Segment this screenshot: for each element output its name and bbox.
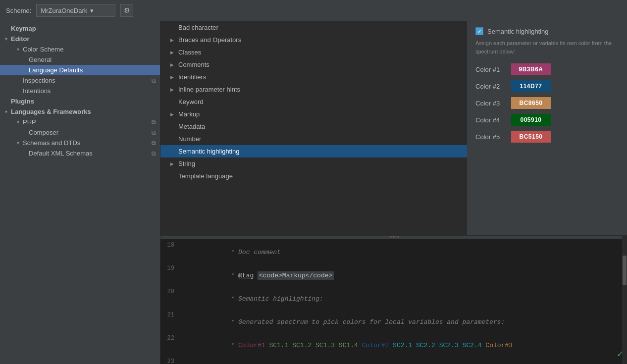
- schemas-label: Schemas and DTDs: [23, 139, 80, 147]
- sidebar-item-composer[interactable]: Composer ⧉: [0, 127, 160, 138]
- metadata-label: Metadata: [178, 123, 205, 130]
- identifiers-label: Identifiers: [178, 73, 206, 81]
- sidebar-item-languages[interactable]: Languages & Frameworks: [0, 106, 160, 117]
- php-label: PHP: [23, 118, 36, 126]
- default-xml-label: Default XML Schemas: [29, 150, 93, 157]
- semantic-checkbox[interactable]: ✓: [475, 27, 483, 35]
- color-5-swatch[interactable]: BC5150: [511, 131, 551, 143]
- sidebar-item-schemas[interactable]: Schemas and DTDs ⧉: [0, 138, 160, 148]
- main-content: Keymap Editor Color Scheme General Langu…: [0, 21, 627, 364]
- color-row-3: Color #3 BC8650: [475, 97, 619, 109]
- keymap-label: Keymap: [11, 25, 36, 32]
- list-item-template[interactable]: Template language: [160, 170, 467, 182]
- scheme-dropdown-arrow: ▾: [90, 7, 111, 14]
- braces-arrow: ▶: [170, 38, 175, 43]
- number-label: Number: [178, 135, 201, 143]
- line-num-23: 23: [160, 358, 180, 364]
- markup-arrow: ▶: [170, 112, 175, 117]
- list-item-identifiers[interactable]: ▶ Identifiers: [160, 71, 467, 83]
- php-copy-icon: ⧉: [152, 119, 156, 126]
- sidebar-item-editor[interactable]: Editor: [0, 34, 160, 44]
- sidebar-item-general[interactable]: General: [0, 54, 160, 65]
- list-item-string[interactable]: ▶ String: [160, 157, 467, 170]
- list-item-classes[interactable]: ▶ Classes: [160, 46, 467, 58]
- scrollbar-thumb[interactable]: [623, 256, 627, 285]
- color-2-swatch[interactable]: 114D77: [511, 80, 551, 92]
- bad-char-label: Bad character: [178, 24, 218, 31]
- code-line-22: 22 * Color#1 SC1.1 SC1.2 SC1.3 SC1.4 Col…: [160, 334, 627, 357]
- color-row-4: Color #4 005910: [475, 114, 619, 126]
- language-defaults-label: Language Defaults: [29, 66, 83, 74]
- list-item-keyword[interactable]: Keyword: [160, 96, 467, 108]
- list-item-bad-character[interactable]: Bad character: [160, 21, 467, 34]
- color-scheme-triangle: [16, 47, 21, 52]
- line-content-18: * Doc comment: [180, 241, 627, 263]
- top-bar: Scheme: MrZuraOneDark ▾ ⚙: [0, 0, 627, 21]
- sidebar: Keymap Editor Color Scheme General Langu…: [0, 21, 160, 364]
- sidebar-item-plugins[interactable]: Plugins: [0, 96, 160, 106]
- code-line-20: 20 * Semantic highlighting:: [160, 287, 627, 311]
- resize-dots: ⠿⠿⠿: [389, 235, 399, 240]
- scheme-dropdown[interactable]: MrZuraOneDark ▾: [36, 4, 115, 17]
- color-1-value: 9B3B6A: [519, 66, 543, 73]
- sidebar-item-keymap[interactable]: Keymap: [0, 23, 160, 34]
- list-item-inline-hints[interactable]: ▶ Inline parameter hints: [160, 83, 467, 96]
- scrollbar[interactable]: [622, 236, 627, 364]
- list-item-braces[interactable]: ▶ Braces and Operators: [160, 34, 467, 46]
- color-1-swatch[interactable]: 9B3B6A: [511, 63, 551, 75]
- plugins-label: Plugins: [11, 98, 34, 105]
- sidebar-item-intentions[interactable]: Intentions: [0, 86, 160, 96]
- list-item-semantic[interactable]: Semantic highlighting: [160, 145, 467, 157]
- code-line-21: 21 * Generated spectrum to pick colors f…: [160, 311, 627, 334]
- semantic-title: Semantic highlighting: [487, 28, 549, 35]
- general-label: General: [29, 56, 52, 63]
- color-4-swatch[interactable]: 005910: [511, 114, 551, 126]
- gear-icon: ⚙: [124, 6, 130, 14]
- composer-label: Composer: [29, 129, 58, 136]
- sidebar-item-inspections[interactable]: Inspections ⧉: [0, 75, 160, 86]
- code-preview: ⠿⠿⠿ 18 * Doc comment 19 * @tag <code>Mar…: [160, 235, 627, 364]
- code-line-23: 23 * Color#3 SC3.1 SC3.2 SC3.3 SC3.4 Col…: [160, 357, 627, 364]
- list-item-comments[interactable]: ▶ Comments: [160, 58, 467, 71]
- list-item-markup[interactable]: ▶ Markup: [160, 108, 467, 120]
- default-xml-copy-icon: ⧉: [152, 150, 156, 157]
- scheme-value: MrZuraOneDark: [41, 7, 87, 14]
- php-triangle: [16, 120, 21, 125]
- sidebar-item-language-defaults[interactable]: Language Defaults: [0, 65, 160, 75]
- color-scheme-label: Color Scheme: [23, 46, 63, 53]
- color-row-1: Color #1 9B3B6A: [475, 63, 619, 75]
- languages-triangle: [4, 109, 9, 114]
- semantic-label: Semantic highlighting: [178, 148, 240, 155]
- list-item-number[interactable]: Number: [160, 133, 467, 145]
- line-num-18: 18: [160, 242, 180, 249]
- color-3-value: BC8650: [519, 100, 542, 106]
- list-item-metadata[interactable]: Metadata: [160, 120, 467, 133]
- identifiers-arrow: ▶: [170, 75, 175, 80]
- sidebar-item-color-scheme[interactable]: Color Scheme: [0, 44, 160, 54]
- line-num-22: 22: [160, 335, 180, 342]
- sidebar-item-default-xml[interactable]: Default XML Schemas ⧉: [0, 148, 160, 158]
- inline-hints-arrow: ▶: [170, 87, 175, 92]
- line-content-23: * Color#3 SC3.1 SC3.2 SC3.3 SC3.4 Color#…: [180, 358, 627, 364]
- scheme-label: Scheme:: [6, 7, 31, 14]
- schemas-triangle: [16, 141, 21, 146]
- inline-hints-label: Inline parameter hints: [178, 86, 240, 93]
- check-icon: ✓: [477, 28, 482, 35]
- semantic-checkbox-row: ✓ Semantic highlighting: [475, 27, 619, 35]
- code-line-18: 18 * Doc comment: [160, 241, 627, 264]
- color-3-swatch[interactable]: BC8650: [511, 97, 551, 109]
- line-num-20: 20: [160, 288, 180, 295]
- classes-label: Classes: [178, 49, 201, 56]
- sidebar-item-php[interactable]: PHP ⧉: [0, 117, 160, 127]
- string-arrow: ▶: [170, 161, 175, 166]
- intentions-label: Intentions: [23, 87, 51, 95]
- gear-button[interactable]: ⚙: [120, 4, 133, 17]
- composer-copy-icon: ⧉: [152, 129, 156, 136]
- color-5-value: BC5150: [519, 133, 542, 140]
- color-4-value: 005910: [520, 116, 541, 123]
- code-lines: 18 * Doc comment 19 * @tag <code>Markup<…: [160, 239, 627, 364]
- color-row-5: Color #5 BC5150: [475, 131, 619, 143]
- detail-panel: ✓ Semantic highlighting Assign each para…: [468, 21, 627, 235]
- code-line-19: 19 * @tag <code>Markup</code>: [160, 264, 627, 287]
- color-2-label: Color #2: [475, 83, 505, 90]
